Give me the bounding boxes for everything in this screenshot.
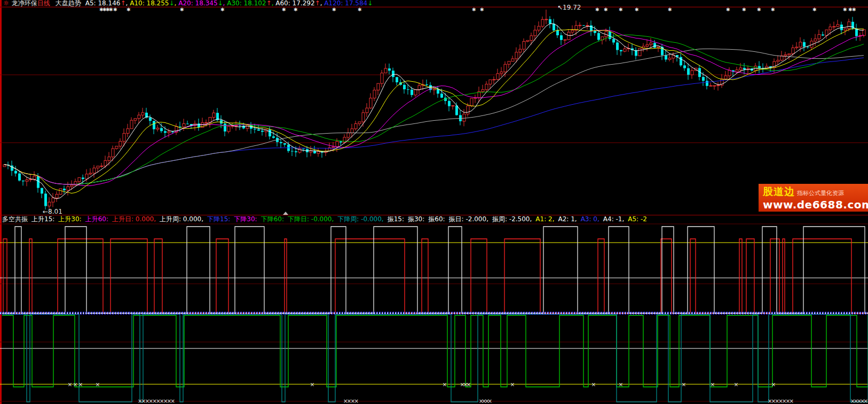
- indicator-field: A1: 2,: [535, 215, 554, 223]
- indicator-title[interactable]: 多空共振: [2, 215, 28, 223]
- indicator-field: 下降周: -0.000,: [337, 215, 383, 223]
- x-mark: ×: [68, 382, 72, 387]
- signal-marker-icon: ✱: [742, 7, 746, 12]
- candle-up: [489, 80, 492, 84]
- indicator-field: 振60:: [428, 215, 445, 223]
- market-trend-label[interactable]: 大盘趋势: [56, 0, 81, 7]
- candle-down: [302, 149, 305, 149]
- candle-down: [82, 177, 84, 179]
- ma-legend-item: A20: 18.345: [176, 0, 217, 7]
- candle-up: [571, 30, 574, 33]
- candle-down: [18, 174, 21, 181]
- x-mark: ×: [682, 382, 686, 387]
- down-arrow-icon: ↓: [218, 0, 223, 7]
- candle-down: [758, 66, 761, 68]
- x-mark: ×: [78, 382, 83, 387]
- signal-marker-icon: ✱: [113, 7, 117, 12]
- signal-marker-icon: ✱: [668, 7, 672, 12]
- price-low-label: ←8.01: [43, 208, 62, 215]
- candle-up: [818, 35, 820, 39]
- indicator-field: A4: -1,: [603, 215, 624, 223]
- indicator-field: 振周: -2.500,: [492, 215, 532, 223]
- candle-up: [141, 113, 144, 115]
- candle-up: [343, 137, 346, 143]
- candle-up: [624, 49, 626, 51]
- candle-down: [549, 19, 551, 24]
- watermark-tagline: 指标公式量化资源: [797, 190, 844, 197]
- candle-down: [153, 121, 155, 129]
- candle-up: [482, 90, 484, 92]
- candle-up: [123, 133, 125, 141]
- main-chart[interactable]: [0, 0, 868, 215]
- stock-name[interactable]: 龙净环保: [12, 0, 37, 7]
- candle-up: [205, 122, 208, 123]
- candle-up: [650, 43, 652, 44]
- candle-up: [508, 61, 510, 65]
- candle-up: [336, 141, 338, 146]
- candle-up: [511, 59, 514, 61]
- candle-down: [620, 50, 622, 51]
- candle-down: [388, 68, 391, 71]
- indicator-panel[interactable]: ××××××××××××××××××××××××××××××××××××××××…: [0, 223, 868, 404]
- period-label[interactable]: 日线: [37, 0, 50, 7]
- x-mark: ×: [510, 382, 515, 387]
- candle-up: [418, 86, 421, 90]
- trading-app-screen: ☼龙净环保日线大盘趋势A5: 18.146↑, A10: 18.255↓, A2…: [0, 0, 868, 404]
- candle-up: [784, 55, 787, 56]
- candle-up: [93, 168, 96, 173]
- watermark-url[interactable]: www.de6688.com: [763, 199, 865, 211]
- candle-down: [37, 176, 40, 188]
- signal-marker-icon: ✱: [771, 7, 775, 12]
- candle-up: [183, 123, 185, 127]
- signal-marker-icon: ✱: [358, 7, 362, 12]
- candle-down: [680, 57, 682, 66]
- wave-上升日-red: [2, 239, 868, 313]
- candle-up: [470, 98, 473, 106]
- candle-up: [485, 84, 488, 89]
- x-mark: ×: [96, 382, 100, 387]
- candle-down: [63, 189, 66, 190]
- ma-line-60: [4, 49, 864, 184]
- signal-marker-icon: ✱: [282, 7, 286, 12]
- app-icon[interactable]: ☼: [3, 0, 9, 7]
- candle-down: [160, 128, 163, 131]
- candle-down: [822, 35, 824, 36]
- indicator-field: 振15:: [388, 215, 404, 223]
- candle-up: [534, 30, 536, 36]
- candle-up: [825, 30, 828, 36]
- candle-up: [736, 70, 738, 72]
- signal-marker-icon: ✱: [726, 7, 730, 12]
- watermark-banner[interactable]: 股道边指标公式量化资源 www.de6688.com: [759, 184, 868, 212]
- candle-up: [538, 26, 540, 30]
- candle-up: [56, 195, 58, 198]
- panel-splitter-arrow-icon[interactable]: [283, 212, 288, 215]
- candle-up: [564, 40, 566, 40]
- candle-up: [212, 113, 215, 117]
- down-arrow-icon: ↓: [367, 0, 373, 7]
- candle-up: [100, 166, 103, 167]
- candle-up: [728, 70, 731, 75]
- candle-down: [392, 71, 394, 77]
- candle-down: [149, 118, 152, 121]
- candle-down: [164, 131, 167, 133]
- indicator-field: A5: -2: [628, 215, 647, 223]
- candle-down: [411, 90, 413, 95]
- signal-marker-icon: ✱: [812, 7, 817, 12]
- signal-marker-icon: ✱: [127, 7, 131, 12]
- candle-up: [788, 54, 791, 55]
- ma-line-20: [4, 30, 864, 186]
- candle-down: [437, 89, 439, 94]
- candle-up: [777, 60, 779, 61]
- candle-down: [612, 39, 615, 43]
- candle-up: [48, 202, 51, 206]
- candle-up: [526, 41, 529, 42]
- candle-up: [104, 160, 107, 166]
- ma-legend-item: A30: 18.102: [225, 0, 266, 7]
- candle-up: [467, 106, 469, 114]
- ma-legend: A5: 18.146↑, A10: 18.255↓, A20: 18.345↓,…: [85, 0, 373, 7]
- candle-down: [269, 129, 271, 136]
- candle-down: [261, 131, 264, 132]
- candle-down: [616, 43, 619, 50]
- candle-up: [586, 25, 589, 26]
- candle-down: [597, 33, 600, 40]
